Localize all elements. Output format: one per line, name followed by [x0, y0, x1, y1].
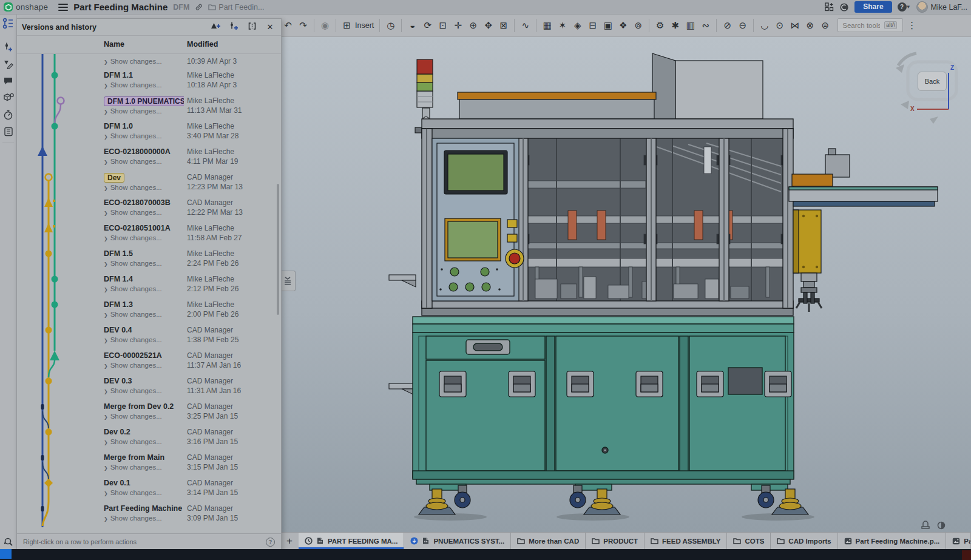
learning-center-icon[interactable]	[839, 2, 849, 12]
version-row[interactable]: DFM 1.1❯Show changes...Mike LaFleche10:1…	[17, 69, 281, 94]
version-meta: CAD Manager3:09 PM Jan 15	[187, 504, 238, 524]
appearance-panel-icon[interactable]	[936, 521, 946, 530]
create-branch-icon[interactable]	[228, 21, 240, 33]
version-name: ECO-0218070003B	[104, 198, 184, 207]
graphics-viewport[interactable]: Back Z X	[280, 36, 971, 533]
toolbar-divider	[314, 19, 314, 32]
search-input[interactable]	[841, 21, 881, 30]
cylindrical-mate-icon[interactable]: ✥	[481, 18, 496, 33]
release-management-button[interactable]	[0, 55, 16, 72]
create-version-icon[interactable]	[209, 22, 222, 33]
breadcrumb[interactable]: Part Feedin...	[208, 3, 264, 12]
display-states-icon[interactable]: ⊘	[720, 18, 735, 33]
version-row[interactable]: Merge from Dev 0.2❯Show changes...CAD Ma…	[17, 400, 281, 425]
tab-part-feeding-machine-p[interactable]: Part Feeding Machine.p...	[838, 533, 947, 549]
tab-pnuematics-syst[interactable]: PNUEMATICS SYST...	[404, 533, 511, 549]
configurations-icon[interactable]: ⚙	[652, 18, 668, 33]
planar-mate-icon[interactable]: ✛	[450, 18, 465, 33]
tab-cots[interactable]: COTS	[727, 533, 771, 549]
user-menu[interactable]: Mike LaF...	[916, 1, 967, 13]
version-row[interactable]: DFM 1.0 PNUEMATICS❯Show changes...Mike L…	[17, 94, 281, 120]
taskbar-accent-right	[962, 550, 971, 560]
tab-feed-assembly[interactable]: FEED ASSEMBLY	[645, 533, 727, 549]
view-cube-back-face[interactable]: Back	[918, 72, 947, 91]
close-panel-icon[interactable]: ✕	[264, 22, 276, 32]
version-row[interactable]: ECO-0218070003B❯Show changes...CAD Manag…	[17, 196, 281, 221]
version-row[interactable]: DFM 1.3❯Show changes...Mike LaFleche2:00…	[17, 298, 281, 323]
ball-mate-icon[interactable]: ⊕	[465, 18, 481, 33]
select-lasso-icon[interactable]: ◡	[757, 18, 772, 33]
versions-history-toggle[interactable]	[2, 17, 15, 32]
create-version-button[interactable]	[0, 38, 16, 55]
version-row[interactable]: Dev❯Show changes...CAD Manager12:23 PM M…	[17, 170, 281, 196]
bom-table-icon[interactable]: ▣	[600, 18, 615, 33]
version-row[interactable]: Merge from Main❯Show changes...CAD Manag…	[17, 451, 281, 476]
help-menu[interactable]: ? ▼	[898, 2, 911, 12]
panel-scrollbar[interactable]	[277, 184, 279, 315]
named-positions-icon[interactable]: ⊚	[631, 18, 646, 33]
group-icon[interactable]: ⊟	[585, 18, 600, 33]
tab-more-than-cad[interactable]: More than CAD	[511, 533, 586, 549]
view-cube[interactable]: Back Z X	[887, 49, 971, 127]
hide-instances-icon[interactable]: ⊙	[772, 18, 787, 33]
version-row[interactable]: ECO-0218000000A❯Show changes...Mike LaFl…	[17, 145, 281, 170]
compare-versions-icon[interactable]	[246, 22, 258, 33]
comb-analysis-icon[interactable]: ▥	[683, 18, 698, 33]
machine-3d-model[interactable]	[280, 36, 971, 533]
version-row[interactable]: ECO-00002521A❯Show changes...CAD Manager…	[17, 349, 281, 374]
model-insights-button[interactable]	[0, 89, 16, 106]
version-time: 11:13 AM Mar 31	[187, 106, 242, 116]
app-store-icon[interactable]	[825, 2, 834, 12]
pin-slot-mate-icon[interactable]: ⊠	[496, 18, 511, 33]
connections-icon[interactable]: ∾	[698, 18, 713, 33]
share-button[interactable]: Share	[854, 1, 891, 13]
undo-icon[interactable]: ↶	[280, 18, 296, 33]
appearance-icon[interactable]: ⊜	[817, 18, 833, 33]
version-row[interactable]: ECO-0218051001A❯Show changes...Mike LaFl…	[17, 221, 281, 247]
performance-button[interactable]	[0, 106, 16, 123]
redo-icon[interactable]: ↷	[296, 18, 311, 33]
exploded-view-icon[interactable]: ❖	[615, 18, 631, 33]
section-view-icon[interactable]: ⊖	[735, 18, 750, 33]
tab-product[interactable]: PRODUCT	[586, 533, 645, 549]
version-row[interactable]: DFM 1.5❯Show changes...Mike LaFleche2:24…	[17, 247, 281, 272]
tab-part-feeding-machine[interactable]: Part Feeding Machine	[946, 533, 971, 549]
version-row[interactable]: Part Feeding Machine ::...❯Show changes.…	[17, 502, 281, 527]
status-help-icon[interactable]: ?	[266, 538, 275, 547]
insert-feature-icon[interactable]: ◈	[570, 18, 585, 33]
simulation-icon[interactable]: ✱	[668, 18, 683, 33]
revolute-mate-icon[interactable]: ⟳	[420, 18, 435, 33]
version-row[interactable]: Dev 0.1❯Show changes...CAD Manager3:14 P…	[17, 476, 281, 502]
toolbar-overflow-icon[interactable]: ⋮	[904, 18, 919, 33]
main-menu-icon[interactable]	[58, 4, 68, 11]
graph-flyout-handle[interactable]	[280, 271, 296, 291]
snapshot-icon[interactable]: ◉	[317, 18, 333, 33]
add-tab-button[interactable]: +	[280, 533, 299, 549]
print-3d-icon[interactable]	[921, 521, 930, 530]
share-link-icon[interactable]	[195, 3, 203, 11]
insert-icon[interactable]: ⊞	[339, 18, 354, 33]
assembly-feature-icon[interactable]: ✶	[555, 18, 570, 33]
tool-search[interactable]: alt/\	[837, 18, 903, 32]
mate-icon[interactable]: ◒	[405, 18, 420, 33]
version-row[interactable]: ❯Show changes...10:39 AM Apr 3	[17, 54, 281, 69]
version-row[interactable]: Dev 0.2❯Show changes...CAD Manager3:16 P…	[17, 425, 281, 451]
version-time: 12:23 PM Mar 13	[187, 182, 243, 192]
version-row[interactable]: DFM 1.0❯Show changes...Mike LaFleche3:40…	[17, 120, 281, 145]
show-all-icon[interactable]: ⋈	[787, 18, 802, 33]
replicate-icon[interactable]: ∿	[518, 18, 533, 33]
tab-part-feeding-ma[interactable]: PART FEEDING MA...	[299, 533, 404, 549]
version-row[interactable]: DEV 0.3❯Show changes...CAD Manager11:31 …	[17, 374, 281, 400]
pattern-icon[interactable]: ▦	[540, 18, 555, 33]
revision-history-icon[interactable]: ◷	[383, 18, 398, 33]
isolate-icon[interactable]: ⊗	[802, 18, 817, 33]
search-versions-icon[interactable]	[0, 537, 16, 547]
version-row[interactable]: DFM 1.4❯Show changes...Mike LaFleche2:12…	[17, 272, 281, 298]
slider-mate-icon[interactable]: ⊡	[435, 18, 450, 33]
tab-cad-imports[interactable]: CAD Imports	[771, 533, 837, 549]
version-row[interactable]: DEV 0.4❯Show changes...CAD Manager1:38 P…	[17, 323, 281, 349]
onshape-logo[interactable]: onshape	[4, 2, 48, 12]
comments-button[interactable]	[0, 72, 16, 89]
insert-label[interactable]: Insert	[355, 21, 374, 30]
document-notes-button[interactable]	[0, 123, 16, 140]
